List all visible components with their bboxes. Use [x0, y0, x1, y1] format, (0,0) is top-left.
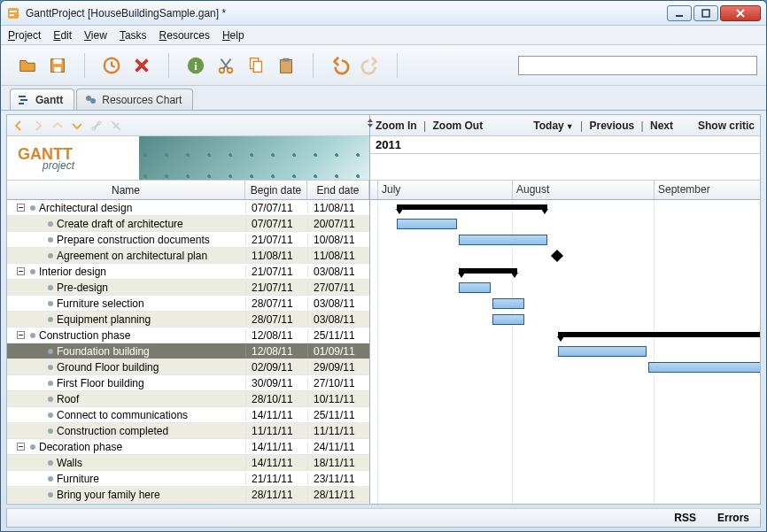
- table-row[interactable]: Roof28/10/1110/11/11: [7, 391, 369, 407]
- task-begin: 28/07/11: [245, 297, 307, 310]
- previous-button[interactable]: Previous: [589, 120, 634, 132]
- zoom-in-button[interactable]: Zoom In: [376, 120, 417, 132]
- nav-up-icon[interactable]: [50, 118, 66, 134]
- collapse-icon[interactable]: [17, 204, 25, 212]
- gantt-chart[interactable]: [370, 200, 760, 504]
- table-row[interactable]: Construction completed11/11/1111/11/11: [7, 423, 369, 439]
- svg-point-20: [86, 96, 91, 101]
- summary-bar[interactable]: [459, 268, 517, 274]
- chart-row: [370, 280, 760, 296]
- nav-down-icon[interactable]: [69, 118, 85, 134]
- task-bullet-icon: [48, 349, 53, 354]
- undo-button[interactable]: [328, 53, 353, 78]
- statusbar: RSS Errors: [6, 508, 761, 528]
- status-rss[interactable]: RSS: [674, 512, 696, 524]
- task-bar[interactable]: [492, 298, 524, 309]
- task-end: 23/11/11: [307, 473, 369, 485]
- table-row[interactable]: Furniture21/11/1123/11/11: [7, 471, 369, 487]
- status-errors[interactable]: Errors: [717, 512, 749, 524]
- table-row[interactable]: Foundation building12/08/1101/09/11: [7, 343, 369, 359]
- today-button[interactable]: Today▼: [533, 120, 573, 132]
- collapse-icon[interactable]: [17, 267, 25, 275]
- minimize-button[interactable]: [667, 5, 692, 21]
- table-row[interactable]: Ground Floor building02/09/1129/09/11: [7, 359, 369, 375]
- critical-button[interactable]: Show critic: [698, 120, 755, 132]
- table-row[interactable]: Bring your family here28/11/1128/11/11: [7, 487, 369, 503]
- task-begin: 14/11/11: [245, 457, 307, 469]
- titlebar[interactable]: GanttProject [HouseBuildingSample.gan] *: [1, 1, 766, 26]
- table-row[interactable]: Prepare construction documents21/07/1110…: [7, 232, 369, 248]
- nav-forward-icon[interactable]: [30, 118, 46, 134]
- task-bar[interactable]: [558, 346, 647, 357]
- table-row[interactable]: Decoration phase14/11/1124/11/11: [7, 439, 369, 455]
- tab-gantt-label: Gantt: [35, 94, 63, 106]
- open-button[interactable]: [15, 53, 40, 78]
- task-bar[interactable]: [492, 314, 524, 325]
- summary-bar[interactable]: [397, 204, 547, 210]
- task-name: Construction phase: [39, 329, 245, 342]
- task-end: 27/10/11: [307, 377, 369, 389]
- collapse-icon[interactable]: [17, 331, 25, 339]
- table-row[interactable]: Architectural design07/07/1111/08/11: [7, 200, 369, 216]
- paste-button[interactable]: [274, 53, 298, 78]
- collapse-icon[interactable]: [17, 443, 25, 451]
- summary-bar[interactable]: [558, 332, 760, 337]
- task-bullet-icon: [48, 397, 53, 402]
- menu-resources[interactable]: Resources: [159, 29, 210, 42]
- table-row[interactable]: Equipment planning28/07/1103/08/11: [7, 312, 369, 328]
- table-row[interactable]: Pre-design21/07/1127/07/11: [7, 280, 369, 296]
- table-row[interactable]: Construction phase12/08/1125/11/11: [7, 328, 369, 343]
- task-bar[interactable]: [648, 362, 760, 373]
- task-end: 03/08/11: [307, 266, 369, 278]
- task-name: Furniture selection: [57, 297, 245, 310]
- save-button[interactable]: [45, 53, 70, 78]
- nav-back-icon[interactable]: [11, 118, 27, 134]
- table-row[interactable]: First Floor building30/09/1127/10/11: [7, 375, 369, 391]
- tab-resources[interactable]: Resources Chart: [76, 89, 193, 110]
- tab-gantt[interactable]: Gantt: [10, 89, 74, 110]
- table-row[interactable]: Create draft of architecture07/07/1120/0…: [7, 216, 369, 232]
- milestone-diamond[interactable]: [551, 250, 563, 262]
- cut-button[interactable]: [213, 53, 238, 78]
- redo-button[interactable]: [358, 53, 383, 78]
- menu-view[interactable]: View: [84, 29, 107, 42]
- task-name: Foundation building: [57, 345, 245, 358]
- task-end: 29/09/11: [307, 361, 369, 374]
- table-row[interactable]: Connect to communications14/11/1125/11/1…: [7, 407, 369, 423]
- menu-help[interactable]: Help: [222, 29, 244, 42]
- menu-project[interactable]: Project: [8, 29, 41, 42]
- link-icon[interactable]: [89, 118, 105, 134]
- task-name: Architectural design: [39, 202, 245, 214]
- task-end: 11/08/11: [307, 250, 369, 262]
- chart-row: [370, 487, 760, 503]
- task-bar[interactable]: [459, 235, 547, 245]
- table-row[interactable]: Walls14/11/1118/11/11: [7, 455, 369, 471]
- search-input[interactable]: [518, 56, 757, 75]
- unlink-icon[interactable]: [108, 118, 124, 134]
- col-end[interactable]: End date: [307, 181, 369, 199]
- task-bullet-icon: [48, 492, 53, 497]
- new-task-button[interactable]: [99, 53, 124, 78]
- properties-button[interactable]: i: [183, 53, 208, 78]
- table-row[interactable]: Furniture selection28/07/1103/08/11: [7, 296, 369, 312]
- table-row[interactable]: Agreement on architectural plan11/08/111…: [7, 248, 369, 264]
- maximize-button[interactable]: [693, 5, 718, 21]
- task-begin: 28/07/11: [245, 313, 307, 326]
- close-button[interactable]: [720, 5, 761, 21]
- task-bar[interactable]: [397, 219, 457, 229]
- zoom-out-button[interactable]: Zoom Out: [432, 120, 483, 132]
- svg-rect-4: [702, 10, 709, 17]
- task-bar[interactable]: [459, 282, 491, 293]
- copy-button[interactable]: [244, 53, 268, 78]
- table-row[interactable]: Interior design21/07/1103/08/11: [7, 264, 369, 280]
- task-list[interactable]: Architectural design07/07/1111/08/11Crea…: [7, 200, 369, 504]
- next-button[interactable]: Next: [650, 120, 673, 132]
- task-end: 10/08/11: [307, 234, 369, 246]
- menu-tasks[interactable]: Tasks: [120, 29, 147, 42]
- delete-task-button[interactable]: [129, 53, 154, 78]
- col-name[interactable]: Name: [7, 181, 245, 199]
- col-begin[interactable]: Begin date: [245, 181, 307, 199]
- menu-edit[interactable]: Edit: [53, 29, 72, 42]
- chart-row: [370, 359, 760, 375]
- task-begin: 14/11/11: [245, 409, 307, 421]
